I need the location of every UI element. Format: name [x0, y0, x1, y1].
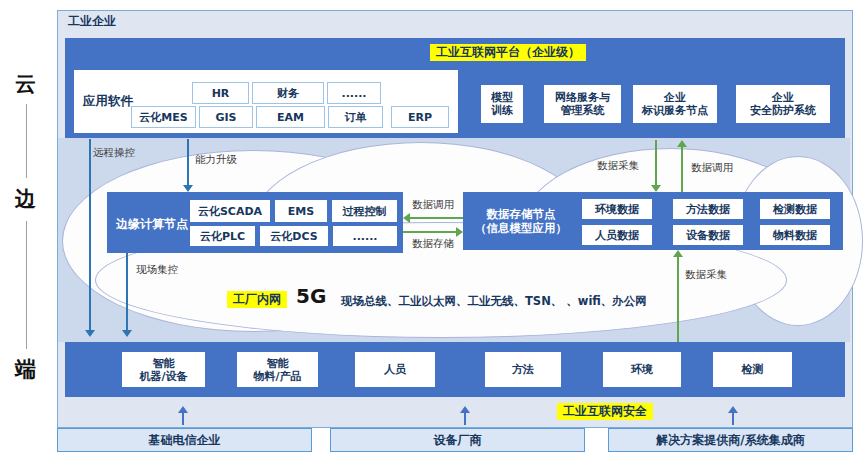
edge-computing-node: 边缘计算节点 云化SCADA EMS 过程控制 云化PLC 云化DCS ....… [107, 192, 403, 253]
data-collect-top-label: 数据采集 [597, 159, 639, 173]
rail-label-edge: 边 [15, 185, 36, 213]
telecom-vendor-arrow [178, 406, 188, 425]
device-layer-bar: 智能 机器/设备 智能 物料/产品 人员 方法 环境 检测 [65, 342, 845, 397]
vendor-box-equipment: 设备厂商 [330, 428, 585, 452]
app-box-gis: GIS [199, 106, 253, 128]
app-box-order: 订单 [328, 106, 383, 128]
solution-vendor-arrow [728, 406, 738, 425]
field-control-label: 现场集控 [136, 263, 178, 277]
data-call-top-label: 数据调用 [691, 161, 733, 175]
vendor-box-solution: 解决方案提供商/系统集成商 [608, 428, 853, 452]
industrial-internet-security-label: 工业互联网安全 [557, 403, 653, 420]
data-storage-node: 数据存储节点 （信息模型应用） 环境数据 方法数据 检测数据 人员数据 设备数据… [463, 192, 843, 250]
app-software-label: 应用软件 [83, 93, 133, 110]
edge-box-ems: EMS [275, 200, 327, 222]
module-model-training: 模型 训练 [481, 85, 523, 123]
app-box-hr: HR [192, 82, 249, 104]
device-box-personnel: 人员 [355, 352, 435, 387]
enterprise-title: 工业企业 [68, 13, 116, 30]
field-control-arrow [122, 253, 132, 337]
storage-box-env-data: 环境数据 [582, 199, 652, 219]
data-store-mid-arrow [403, 227, 463, 237]
data-collect-bottom-label: 数据采集 [685, 268, 727, 282]
device-box-method: 方法 [485, 352, 561, 387]
network-types-label: 现场总线、工业以太网、工业无线、TSN、 、wifi、办公网 [341, 294, 647, 309]
vendor-box-telecom: 基础电信企业 [57, 428, 312, 452]
storage-node-label: 数据存储节点 （信息模型应用） [475, 207, 567, 235]
storage-box-test-data: 检测数据 [760, 199, 830, 219]
app-box-erp: ERP [391, 106, 449, 128]
remote-control-label: 远程操控 [93, 146, 135, 160]
factory-intranet-label: 工厂内网 [227, 291, 287, 308]
data-collect-bottom-arrow [673, 250, 683, 342]
device-box-smart-machine: 智能 机器/设备 [122, 352, 205, 387]
edge-box-cloud-dcs: 云化DCS [260, 226, 328, 246]
data-call-mid-label: 数据调用 [403, 198, 463, 212]
device-box-smart-material: 智能 物料/产品 [237, 352, 318, 387]
remote-control-arrow [85, 139, 95, 337]
storage-box-material-data: 物料数据 [760, 225, 830, 245]
module-network-service: 网络服务与 管理系统 [544, 85, 621, 123]
edge-box-cloud-scada: 云化SCADA [190, 200, 270, 222]
rail-label-cloud: 云 [15, 70, 36, 98]
5g-label: 5G [296, 284, 326, 308]
edge-node-label: 边缘计算节点 [116, 216, 188, 233]
storage-box-method-data: 方法数据 [673, 199, 743, 219]
device-box-environment: 环境 [603, 352, 681, 387]
capability-upgrade-arrow [183, 139, 193, 192]
app-box-finance: 财务 [252, 82, 324, 104]
data-call-top-arrow [677, 140, 687, 192]
capability-upgrade-label: 能力升级 [195, 153, 237, 167]
data-collect-top-arrow [651, 140, 661, 192]
app-box-more: ...... [327, 82, 381, 104]
module-identifier-node: 企业 标识服务节点 [633, 85, 717, 123]
equipment-vendor-arrow [460, 406, 470, 425]
rail-label-end: 端 [15, 355, 36, 383]
edge-box-more: ...... [333, 226, 397, 246]
app-box-cloud-mes: 云化MES [131, 106, 196, 128]
rail-connector-line [26, 104, 27, 178]
device-box-testing: 检测 [713, 352, 792, 387]
edge-box-process-control: 过程控制 [332, 200, 397, 222]
platform-title-label: 工业互联网平台（企业级） [430, 44, 586, 61]
app-box-eam: EAM [256, 106, 325, 128]
storage-box-device-data: 设备数据 [673, 225, 743, 245]
edge-box-cloud-plc: 云化PLC [190, 226, 255, 246]
module-security-system: 企业 安全防护系统 [736, 85, 830, 123]
data-store-mid-label: 数据存储 [403, 237, 463, 251]
rail-connector-line [26, 221, 27, 349]
app-software-box: 应用软件 HR 财务 ...... 云化MES GIS EAM 订单 ERP [74, 70, 458, 133]
storage-box-person-data: 人员数据 [582, 225, 652, 245]
industrial-internet-architecture-diagram: 云 边 端 工业企业 工业互联网平台（企业级） 应用软件 HR 财务 .....… [0, 0, 865, 454]
data-call-mid-arrow [403, 213, 463, 223]
